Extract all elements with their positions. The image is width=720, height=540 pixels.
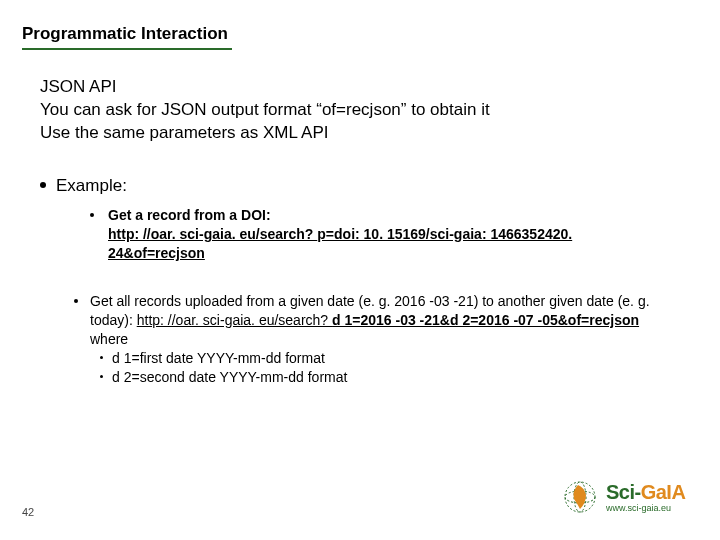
title-underline — [22, 48, 232, 50]
bullet-icon — [40, 182, 46, 188]
logo-brand-gaia: GaIA — [641, 481, 686, 503]
example-2-url-plain[interactable]: http: //oar. sci-gaia. eu/search? — [137, 312, 332, 328]
footer-logo: Sci-GaIA www.sci-gaia.eu — [560, 470, 700, 524]
bullet-icon — [100, 375, 103, 378]
bullet-icon — [100, 356, 103, 359]
example-label: Example: — [56, 176, 127, 195]
globe-icon — [560, 477, 600, 517]
intro-line-1: JSON API — [40, 76, 680, 99]
logo-text: Sci-GaIA www.sci-gaia.eu — [606, 482, 685, 513]
bullet-icon — [90, 213, 94, 217]
example-2: Get all records uploaded from a given da… — [90, 292, 660, 386]
example-heading: Example: — [40, 176, 127, 196]
example-2-url-params[interactable]: d 1=2016 -03 -21&d 2=2016 -07 -05&of=rec… — [332, 312, 639, 328]
example-2-d2-text: d 2=second date YYYY-mm-dd format — [112, 369, 347, 385]
example-1-lead: Get a record from a DOI: — [108, 207, 271, 223]
example-2-d1: d 1=first date YYYY-mm-dd format — [112, 349, 660, 368]
bullet-icon — [74, 299, 78, 303]
example-2-where: where — [90, 330, 660, 349]
example-1: Get a record from a DOI: http: //oar. sc… — [108, 206, 650, 263]
page-number: 42 — [22, 506, 34, 518]
logo-brand-sci: Sci- — [606, 481, 641, 503]
example-2-d2: d 2=second date YYYY-mm-dd format — [112, 368, 660, 387]
intro-line-2: You can ask for JSON output format “of=r… — [40, 99, 680, 122]
logo-url: www.sci-gaia.eu — [606, 504, 685, 513]
intro-block: JSON API You can ask for JSON output for… — [40, 76, 680, 145]
intro-line-3: Use the same parameters as XML API — [40, 122, 680, 145]
example-1-url-plain[interactable]: http: //oar. sci-gaia. eu/search? — [108, 226, 317, 242]
slide-title: Programmatic Interaction — [22, 24, 228, 44]
example-2-d1-text: d 1=first date YYYY-mm-dd format — [112, 350, 325, 366]
